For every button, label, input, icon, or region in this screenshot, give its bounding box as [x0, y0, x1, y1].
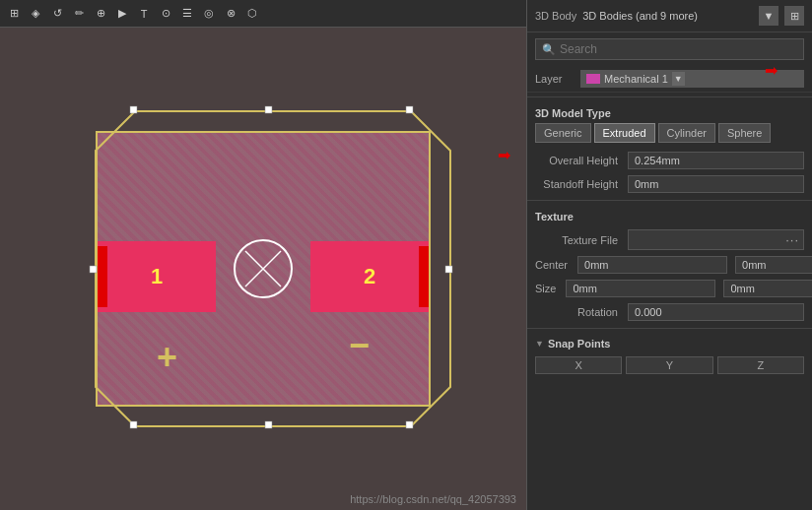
component-body: 1 2 + − [96, 131, 431, 407]
snap-col-y: Y [626, 356, 712, 374]
pad-2-label: 2 [364, 264, 375, 289]
texture-file-label: Texture File [535, 234, 624, 246]
toolbar-icon-3[interactable]: ↺ [47, 4, 67, 24]
search-icon: 🔍 [542, 43, 556, 56]
model-btn-generic[interactable]: Generic [535, 123, 591, 143]
toolbar-icon-7[interactable]: T [134, 4, 154, 24]
rotation-row: Rotation [527, 300, 812, 324]
center-row: Center [527, 253, 812, 277]
toolbar-icon-2[interactable]: ◈ [26, 4, 45, 24]
divider-1 [527, 96, 812, 97]
layer-label: Layer [535, 73, 575, 85]
panel-header-label: 3D Body [535, 10, 576, 22]
divider-3 [527, 328, 812, 329]
snap-col-z: Z [717, 356, 804, 374]
svg-rect-6 [265, 421, 272, 428]
toolbar-icon-12[interactable]: ⬡ [242, 4, 262, 24]
svg-rect-7 [90, 266, 97, 273]
svg-rect-8 [445, 266, 452, 273]
red-right-indicator [419, 246, 429, 307]
standoff-height-row: Standoff Height [527, 172, 812, 196]
texture-section-header: Texture [527, 205, 812, 226]
watermark: https://blog.csdn.net/qq_42057393 [350, 493, 516, 505]
size-y-input[interactable] [723, 280, 812, 297]
red-left-indicator [98, 246, 107, 307]
toolbar-icon-11[interactable]: ⊗ [221, 4, 240, 24]
toolbar: ⊞ ◈ ↺ ✏ ⊕ ▶ T ⊙ ☰ ◎ ⊗ ⬡ [0, 0, 526, 28]
search-input[interactable] [560, 42, 797, 56]
toolbar-icon-6[interactable]: ▶ [112, 4, 132, 24]
size-x-input[interactable] [566, 280, 715, 297]
svg-rect-1 [130, 106, 137, 113]
layer-color-swatch [586, 74, 600, 84]
circle-x-symbol [234, 239, 293, 298]
center-x-input[interactable] [577, 256, 727, 274]
toolbar-icon-1[interactable]: ⊞ [4, 4, 24, 24]
toolbar-icon-10[interactable]: ◎ [199, 4, 219, 24]
panel-header-value: 3D Bodies (and 9 more) [582, 10, 753, 22]
toolbar-icon-5[interactable]: ⊕ [91, 4, 110, 24]
toolbar-icon-4[interactable]: ✏ [69, 4, 89, 24]
red-arrow-annotation: ➡ [765, 61, 778, 80]
snap-points-label: Snap Points [548, 338, 611, 350]
right-panel: Properties 3D Body 3D Bodies (and 9 more… [526, 0, 812, 510]
size-label: Size [535, 283, 562, 294]
svg-rect-5 [265, 106, 272, 113]
filter-icon-button[interactable]: ⊞ [784, 6, 804, 26]
search-box[interactable]: 🔍 [535, 38, 804, 60]
canvas-area: ⊞ ◈ ↺ ✏ ⊕ ▶ T ⊙ ☰ ◎ ⊗ ⬡ [0, 0, 526, 510]
minus-symbol: − [349, 328, 370, 363]
layer-name: Mechanical 1 [604, 73, 668, 85]
standoff-height-input[interactable] [628, 175, 804, 193]
pad-2: 2 [310, 241, 429, 312]
toolbar-icon-8[interactable]: ⊙ [156, 4, 175, 24]
standoff-height-label: Standoff Height [535, 178, 624, 190]
pad-1: 1 [98, 241, 216, 312]
overall-height-input[interactable] [628, 152, 804, 169]
panel-header: 3D Body 3D Bodies (and 9 more) ▼ ⊞ [527, 0, 812, 32]
rotation-input[interactable] [628, 303, 804, 321]
model-type-section-header: 3D Model Type [527, 101, 812, 123]
texture-file-value[interactable]: ··· [628, 229, 804, 250]
size-row: Size [527, 277, 812, 300]
model-btn-extruded[interactable]: Extruded [594, 123, 655, 143]
toolbar-icon-9[interactable]: ☰ [177, 4, 197, 24]
divider-2 [527, 200, 812, 201]
svg-rect-2 [406, 106, 413, 113]
red-arrow-model: ➡ [498, 146, 510, 164]
model-type-row: Generic Extruded Cylinder Sphere [527, 123, 812, 149]
circle-x-svg [236, 241, 291, 296]
center-label: Center [535, 259, 574, 271]
texture-file-row: Texture File ··· [527, 226, 812, 253]
component-wrapper: 1 2 + − [76, 101, 450, 436]
svg-rect-4 [406, 421, 413, 428]
pcb-canvas[interactable]: 1 2 + − [0, 28, 526, 510]
snap-cols: X Y Z [527, 354, 812, 376]
texture-dots-button[interactable]: ··· [785, 232, 799, 247]
rotation-label: Rotation [535, 306, 624, 318]
model-btn-cylinder[interactable]: Cylinder [658, 123, 715, 143]
filter-button[interactable]: ▼ [759, 6, 778, 26]
overall-height-row: Overall Height [527, 149, 812, 172]
snap-col-x: X [535, 356, 622, 374]
pad-1-label: 1 [151, 264, 163, 289]
snap-points-header: ▼ Snap Points [527, 333, 812, 354]
plus-symbol: + [157, 340, 177, 375]
overall-height-label: Overall Height [535, 155, 624, 166]
snap-triangle-icon: ▼ [535, 339, 544, 349]
model-btn-sphere[interactable]: Sphere [718, 123, 771, 143]
svg-rect-3 [130, 421, 137, 428]
center-y-input[interactable] [735, 256, 812, 274]
layer-dropdown-button[interactable]: ▼ [672, 72, 685, 86]
